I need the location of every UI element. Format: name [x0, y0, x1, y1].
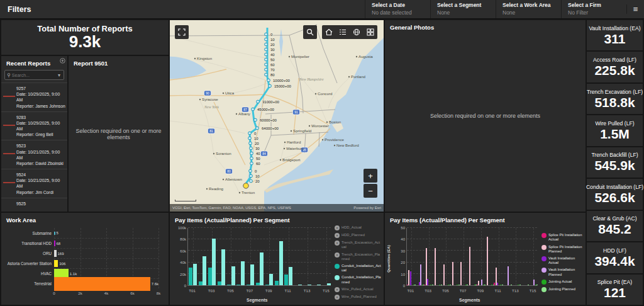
- report-list-item[interactable]: 9257Date: 10/29/2025, 9:00 AMReporter: J…: [1, 82, 67, 111]
- bar[interactable]: [241, 261, 245, 285]
- report-list-item[interactable]: 9525Date: 10/21/2025, 9:00 AMReporter: L…: [1, 198, 67, 206]
- globe-icon[interactable]: [350, 25, 364, 39]
- legend-item[interactable]: Vault Installation Actual: [541, 256, 583, 265]
- zoom-out-button[interactable]: −: [364, 184, 377, 198]
- legend-item[interactable]: ×HDD_Planned: [335, 233, 381, 238]
- bar[interactable]: [450, 285, 451, 285]
- filter-dropdown[interactable]: Select a FirmNo Filter: [561, 0, 626, 18]
- bar[interactable]: [250, 264, 254, 285]
- basemap[interactable]: 90878191849580 KingstonMontpelierAugusta…: [170, 20, 384, 212]
- report-search-box: ⚲ ▾: [4, 70, 64, 80]
- station-label: 10: [270, 38, 275, 42]
- zoom-in-button[interactable]: +: [364, 169, 377, 183]
- bar[interactable]: [275, 281, 279, 285]
- bar[interactable]: [528, 285, 529, 285]
- legend-item[interactable]: ×Trench_Excavation_Actual: [335, 241, 381, 249]
- legend-item[interactable]: Splice Pit Installation Actual: [541, 233, 583, 242]
- panel-options-icon[interactable]: [60, 58, 65, 64]
- bar[interactable]: [203, 256, 206, 285]
- basemap-grid-icon[interactable]: [364, 25, 377, 39]
- bar[interactable]: [427, 279, 428, 285]
- filter-dropdown[interactable]: Select a Work AreaNone: [496, 0, 561, 18]
- bar[interactable]: [467, 285, 468, 285]
- bar[interactable]: [54, 241, 55, 246]
- bar[interactable]: [487, 237, 488, 285]
- bar[interactable]: [435, 248, 436, 285]
- bar[interactable]: [478, 281, 479, 285]
- x-gridline: [446, 228, 447, 285]
- legend-item[interactable]: ×Wire_Pulled_Planned: [335, 295, 381, 300]
- bar[interactable]: [208, 268, 212, 285]
- bar[interactable]: [452, 262, 453, 285]
- bar[interactable]: [260, 252, 264, 285]
- bar[interactable]: [54, 232, 55, 235]
- bar[interactable]: [193, 264, 197, 285]
- legend-item[interactable]: Conduit_Installation_Planned: [335, 275, 381, 284]
- bar[interactable]: [508, 266, 509, 285]
- bar[interactable]: [460, 262, 462, 285]
- home-icon[interactable]: [322, 25, 336, 39]
- bar[interactable]: [256, 283, 260, 285]
- bar[interactable]: [484, 285, 486, 285]
- bar[interactable]: [410, 271, 411, 285]
- x-gridline: [429, 228, 430, 285]
- category-label: HVAC: [1, 271, 52, 276]
- bar[interactable]: [218, 281, 221, 285]
- bar[interactable]: [497, 283, 498, 285]
- legend-item[interactable]: ×Wire_Pulled_Actual: [335, 287, 381, 292]
- bar[interactable]: [54, 250, 57, 257]
- legend-item[interactable]: Conduit_Installation_Actual: [335, 264, 381, 273]
- bar[interactable]: [317, 285, 321, 285]
- bar[interactable]: [54, 277, 150, 291]
- legend-item[interactable]: Splice Pit Installation Planned: [541, 245, 583, 254]
- legend-list-icon[interactable]: [336, 25, 350, 39]
- bar[interactable]: [289, 267, 292, 285]
- bar[interactable]: [247, 285, 250, 285]
- bar[interactable]: [221, 249, 225, 285]
- bar[interactable]: [279, 241, 283, 285]
- filter-dropdown[interactable]: Select a DateNo date selected: [365, 0, 430, 18]
- bar[interactable]: [265, 285, 269, 285]
- bar[interactable]: [502, 285, 503, 285]
- bar[interactable]: [511, 285, 512, 285]
- report-list-item[interactable]: 9283Date: 10/29/2025, 9:00 AMReporter: G…: [1, 111, 67, 140]
- map-search-icon[interactable]: [303, 25, 317, 39]
- bar[interactable]: [536, 285, 538, 285]
- bar[interactable]: [199, 281, 203, 285]
- map-panel[interactable]: 90878191849580 KingstonMontpelierAugusta…: [170, 20, 384, 212]
- bar[interactable]: [308, 285, 311, 285]
- legend-item[interactable]: Vault Installation Planned: [541, 268, 583, 276]
- x-axis-tick: T09: [477, 288, 484, 293]
- report-list-item[interactable]: 9524Date: 10/21/2025, 9:00 AMReporter: J…: [1, 169, 67, 198]
- bar[interactable]: [458, 285, 460, 285]
- report-reporter: Reporter: Greg Bell: [16, 132, 66, 137]
- bar[interactable]: [284, 275, 288, 285]
- bar[interactable]: [469, 247, 470, 285]
- bar[interactable]: [227, 285, 231, 285]
- bar[interactable]: [414, 285, 416, 285]
- bar[interactable]: [54, 260, 58, 267]
- filter-dropdown[interactable]: Select a SegmentNone: [430, 0, 496, 18]
- legend-item[interactable]: ×HDD_Actual: [335, 225, 381, 230]
- hamburger-menu-icon[interactable]: ≡: [626, 4, 644, 14]
- bar[interactable]: [519, 285, 521, 285]
- map-expand-icon[interactable]: [175, 25, 189, 39]
- bar[interactable]: [420, 264, 421, 285]
- bar[interactable]: [298, 285, 302, 285]
- search-input[interactable]: [12, 73, 58, 77]
- bar[interactable]: [231, 266, 235, 285]
- bar[interactable]: [269, 274, 273, 285]
- report-list-item[interactable]: 9523Date: 10/21/2025, 9:00 AMReporter: D…: [1, 140, 67, 169]
- legend-item[interactable]: ×Trench_Excavation_Planned: [335, 252, 381, 261]
- legend-item[interactable]: Jointing Actual: [541, 280, 583, 285]
- bar[interactable]: [441, 285, 442, 285]
- legend-item[interactable]: Jointing Planned: [541, 287, 583, 292]
- kpi-value: 1.5M: [600, 127, 630, 141]
- bar[interactable]: [432, 285, 433, 285]
- bar[interactable]: [327, 283, 331, 285]
- bar[interactable]: [189, 268, 192, 285]
- filter-funnel-icon[interactable]: ▾: [58, 72, 60, 78]
- bar[interactable]: [236, 285, 240, 285]
- bar[interactable]: [443, 264, 445, 285]
- bar[interactable]: [212, 239, 216, 285]
